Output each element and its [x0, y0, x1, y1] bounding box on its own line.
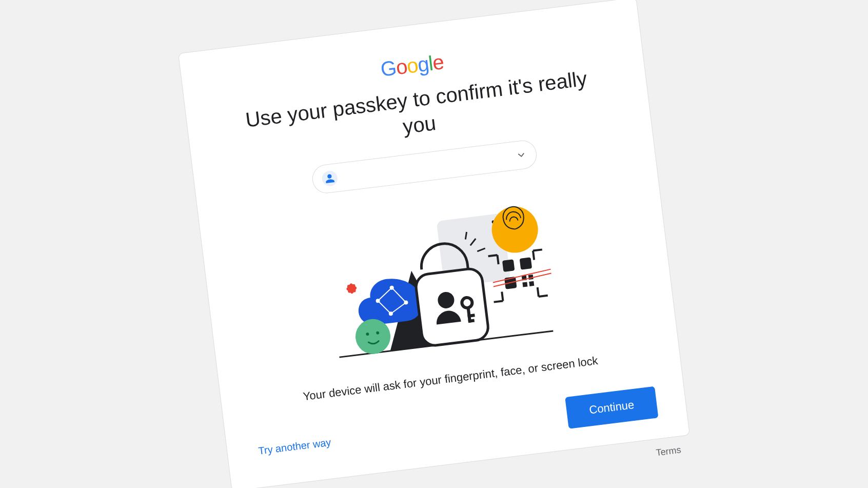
chevron-down-icon: [515, 148, 528, 161]
continue-button[interactable]: Continue: [565, 386, 658, 428]
svg-rect-5: [520, 257, 532, 270]
passkey-illustration: [229, 177, 648, 379]
svg-rect-4: [502, 259, 515, 272]
terms-link[interactable]: Terms: [656, 444, 682, 458]
avatar-icon: [321, 170, 338, 187]
account-selector[interactable]: [311, 139, 539, 194]
svg-rect-29: [415, 267, 489, 347]
try-another-way-button[interactable]: Try another way: [255, 432, 334, 461]
svg-rect-10: [522, 282, 527, 287]
signin-card: Google Use your passkey to confirm it's …: [178, 0, 690, 488]
svg-rect-11: [529, 281, 534, 286]
footer: Terms: [656, 444, 682, 458]
